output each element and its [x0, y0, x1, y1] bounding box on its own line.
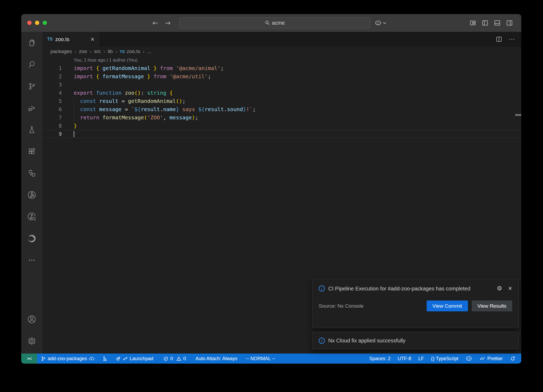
breadcrumb-separator-icon: ›: [143, 49, 144, 54]
notification-message: Nx Cloud fix applied successfully: [328, 338, 405, 344]
code-text: const message = `${result.name} says ${r…: [74, 106, 256, 112]
remote-indicator[interactable]: ><: [21, 354, 37, 364]
copilot-status-item[interactable]: [466, 356, 472, 361]
vim-mode-item[interactable]: -- NORMAL --: [246, 356, 275, 361]
info-icon: i: [319, 285, 325, 291]
code-line[interactable]: 9: [42, 130, 521, 138]
eol-item[interactable]: LF: [418, 356, 424, 361]
line-number: 3: [42, 82, 62, 88]
toggle-secondary-sidebar-icon[interactable]: [506, 20, 513, 26]
minimize-window-button[interactable]: [35, 21, 39, 25]
more-actions-icon: [27, 256, 36, 265]
breadcrumb-separator-icon: ›: [75, 49, 76, 54]
close-window-button[interactable]: [27, 21, 32, 25]
launchpad-item[interactable]: Launchpad: [115, 356, 153, 361]
explorer-icon: [27, 38, 37, 47]
search-value: acme: [272, 20, 285, 26]
git-blame-annotation: You, 1 hour ago | 1 author (You): [42, 56, 521, 64]
tab-title: zoo.ts: [55, 36, 69, 42]
rocket-icon: [115, 356, 121, 361]
activity-explorer[interactable]: [21, 32, 42, 54]
notification-settings-icon[interactable]: ⚙: [497, 285, 502, 292]
activity-search[interactable]: [21, 54, 42, 75]
formatter-item[interactable]: ✓✓ Prettier: [479, 356, 503, 361]
breadcrumb-item[interactable]: TSzoo.ts: [120, 49, 140, 54]
activity-source-control[interactable]: [21, 75, 42, 97]
activity-settings[interactable]: [27, 330, 37, 352]
traffic-lights: [27, 21, 47, 25]
code-line[interactable]: 4export function zoo(): string {: [42, 89, 521, 97]
line-number: 8: [42, 123, 62, 129]
search-sidebar-icon: [27, 60, 37, 69]
chevron-down-icon[interactable]: [383, 22, 386, 24]
code-text: export function zoo(): string {: [74, 90, 173, 96]
activity-gitlens-inspect[interactable]: [21, 206, 42, 228]
navigate-back-icon[interactable]: ←: [152, 19, 158, 27]
info-icon: i: [319, 338, 325, 344]
encoding-item[interactable]: UTF-8: [398, 356, 411, 361]
activity-more[interactable]: [21, 249, 42, 271]
breadcrumb-item[interactable]: ...: [147, 49, 151, 54]
code-line[interactable]: 5 const result = getRandomAnimal();: [42, 97, 521, 105]
git-branch-icon: [41, 356, 46, 361]
activity-gitlens[interactable]: [21, 184, 42, 206]
activity-edge-tools[interactable]: [21, 228, 42, 249]
problems-item[interactable]: 0 0: [163, 356, 186, 361]
git-branch-item[interactable]: add-zoo-packages: [41, 356, 94, 361]
breadcrumb-item[interactable]: src: [94, 49, 101, 54]
tab-close-icon[interactable]: ✕: [90, 36, 95, 42]
customize-layout-icon[interactable]: [470, 20, 476, 26]
notifications-bell-item[interactable]: [510, 356, 515, 361]
language-item[interactable]: { } TypeScript: [431, 356, 458, 361]
code-line[interactable]: 6 const message = `${result.name} says $…: [42, 105, 521, 113]
code-line[interactable]: 7 return formatMessage('ZOO', message);: [42, 113, 521, 121]
toggle-primary-sidebar-icon[interactable]: [482, 20, 488, 26]
notification-nx-cloud-fix: i Nx Cloud fix applied successfully: [312, 332, 519, 349]
auto-attach-item[interactable]: Auto Attach: Always: [195, 356, 237, 361]
code-line[interactable]: 2import { formatMessage } from '@acme/ut…: [42, 72, 521, 80]
notification-close-icon[interactable]: ✕: [508, 285, 512, 291]
code-line[interactable]: 8}: [42, 121, 521, 130]
text-cursor: [74, 131, 74, 137]
nx-console-icon: [27, 169, 36, 178]
extensions-icon: [27, 147, 36, 156]
title-bar: ← → acme: [21, 14, 521, 32]
warning-count: 0: [183, 356, 186, 361]
gitlens-inspect-icon: [27, 212, 37, 222]
breadcrumb-item[interactable]: zoo: [79, 49, 87, 54]
warnings-icon: [176, 356, 181, 361]
tab-zoo-ts[interactable]: TS zoo.ts ✕: [42, 32, 99, 47]
activity-account[interactable]: [27, 308, 37, 330]
zoom-window-button[interactable]: [43, 21, 47, 25]
code-line[interactable]: 3: [42, 80, 521, 89]
line-number: 6: [42, 106, 62, 112]
activity-testing[interactable]: [21, 119, 42, 141]
breadcrumb-item[interactable]: packages: [50, 49, 72, 54]
activity-nx-console[interactable]: [21, 162, 42, 184]
toggle-panel-icon[interactable]: [494, 20, 501, 26]
line-number: 9: [42, 131, 62, 137]
copilot-icon[interactable]: [375, 20, 382, 26]
notification-center: i CI Pipeline Execution for #add-zoo-pac…: [312, 279, 519, 349]
command-center-search[interactable]: acme: [179, 18, 370, 28]
view-commit-button[interactable]: View Commit: [427, 300, 468, 311]
source-control-icon: [27, 82, 36, 91]
indentation-item[interactable]: Spaces: 2: [369, 356, 391, 361]
code-text: import { getRandomAnimal } from '@acme/a…: [74, 65, 224, 71]
git-graph-item[interactable]: [102, 356, 107, 361]
commit-target-icon: [123, 356, 128, 361]
navigate-forward-icon[interactable]: →: [165, 19, 170, 27]
breadcrumb-separator-icon: ›: [103, 49, 105, 54]
settings-gear-icon: [27, 336, 37, 346]
double-check-icon: ✓✓: [479, 356, 485, 361]
code-text: const result = getRandomAnimal();: [74, 98, 185, 104]
editor-more-actions-icon[interactable]: ⋯: [509, 36, 515, 43]
breadcrumb-item[interactable]: lib: [108, 49, 113, 54]
edge-browser-icon: [27, 233, 37, 243]
activity-run-debug[interactable]: [21, 97, 42, 119]
code-line[interactable]: 1import { getRandomAnimal } from '@acme/…: [42, 64, 521, 72]
line-number: 1: [42, 65, 62, 71]
activity-extensions[interactable]: [21, 141, 42, 162]
view-results-button[interactable]: View Results: [472, 300, 512, 311]
split-editor-icon[interactable]: [496, 36, 502, 42]
